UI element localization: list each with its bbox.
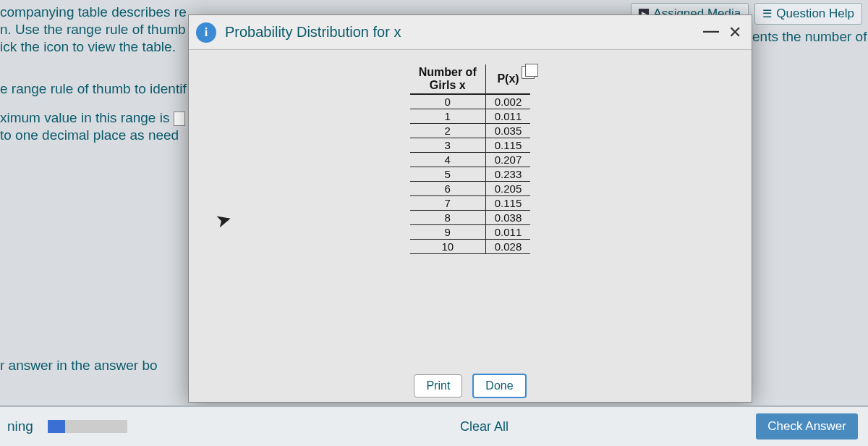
question-text-line: ick the icon to view the table. (0, 39, 176, 55)
remaining-label: ning (7, 418, 33, 434)
table-row: 10.011 (410, 109, 531, 124)
cell-px: 0.035 (485, 124, 530, 138)
cell-x: 2 (410, 124, 486, 138)
cell-x: 9 (410, 225, 486, 240)
table-row: 30.115 (410, 138, 531, 153)
probability-modal: i Probability Distribution for x — ✕ Num… (188, 14, 752, 403)
minimize-button[interactable]: — (701, 25, 721, 41)
table-row: 20.035 (410, 124, 531, 138)
question-text-line: to one decimal place as need (0, 127, 179, 143)
table-row: 40.207 (410, 153, 531, 167)
question-text-line: r answer in the answer bo (0, 358, 158, 374)
cell-x: 10 (410, 240, 486, 254)
cell-x: 6 (410, 182, 486, 196)
question-text-right: ents the number of girls among (752, 29, 868, 45)
table-row: 70.115 (410, 196, 531, 211)
cell-px: 0.205 (485, 182, 530, 196)
answer-input[interactable] (174, 112, 185, 126)
question-text-line: n. Use the range rule of thumb (0, 22, 186, 38)
probability-table: Number ofGirls x P(x) 00.00210.01120.035… (410, 64, 531, 254)
modal-title: Probability Distribution for x (225, 24, 701, 41)
cell-x: 7 (410, 196, 486, 211)
cell-px: 0.115 (485, 138, 530, 153)
check-answer-button[interactable]: Check Answer (756, 413, 858, 439)
cell-px: 0.002 (485, 94, 530, 109)
clear-all-button[interactable]: Clear All (460, 419, 509, 434)
cell-x: 3 (410, 138, 486, 153)
question-text-line: ximum value in this range is (0, 110, 185, 126)
cell-x: 5 (410, 167, 486, 182)
modal-header: i Probability Distribution for x — ✕ (189, 15, 752, 50)
cell-px: 0.115 (485, 196, 530, 211)
done-button[interactable]: Done (472, 374, 526, 398)
table-row: 100.028 (410, 240, 531, 254)
table-row: 90.011 (410, 225, 531, 240)
cell-px: 0.233 (485, 167, 530, 182)
progress-bar (48, 420, 127, 433)
cell-x: 8 (410, 211, 486, 225)
table-row: 00.002 (410, 94, 531, 109)
modal-body: Number ofGirls x P(x) 00.00210.01120.035… (189, 50, 752, 369)
modal-footer: Print Done (189, 369, 752, 403)
cell-px: 0.038 (485, 211, 530, 225)
cell-px: 0.011 (485, 109, 530, 124)
copy-icon[interactable] (522, 66, 535, 79)
table-row: 50.233 (410, 167, 531, 182)
table-row: 80.038 (410, 211, 531, 225)
cell-px: 0.028 (485, 240, 530, 254)
question-text-line: companying table describes re (0, 4, 187, 20)
cell-x: 0 (410, 94, 486, 109)
question-help-label: Question Help (776, 7, 854, 21)
print-button[interactable]: Print (414, 374, 462, 397)
question-text-line: e range rule of thumb to identif (0, 81, 187, 97)
table-row: 60.205 (410, 182, 531, 196)
info-icon: i (196, 22, 216, 43)
close-button[interactable]: ✕ (726, 23, 744, 42)
cell-px: 0.207 (485, 153, 530, 167)
progress-fill (48, 420, 65, 433)
bottom-bar: ning Clear All Check Answer (0, 405, 868, 446)
cell-x: 1 (410, 109, 486, 124)
cell-x: 4 (410, 153, 486, 167)
cell-px: 0.011 (485, 225, 530, 240)
list-icon (762, 7, 772, 21)
question-help-button[interactable]: Question Help (754, 3, 862, 25)
col-header-x: Number ofGirls x (410, 64, 486, 94)
